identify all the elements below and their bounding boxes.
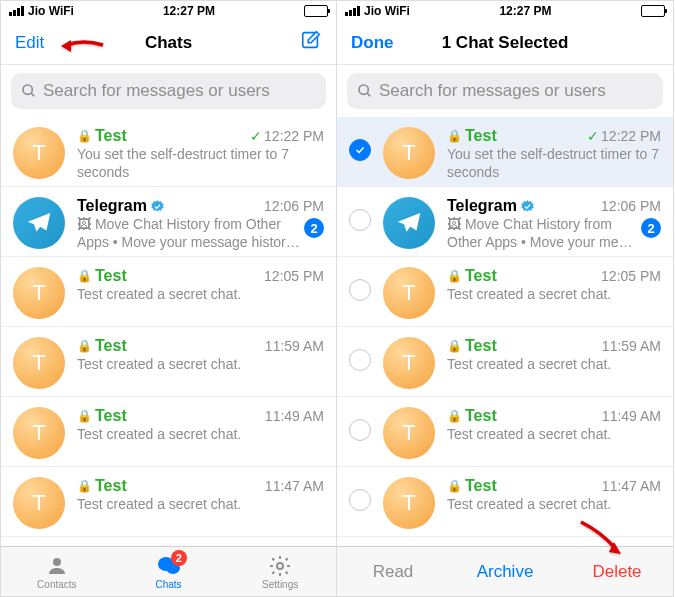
right-phone: Jio WiFi 12:27 PM Done 1 Chat Selected S… bbox=[337, 0, 674, 597]
nav-title: 1 Chat Selected bbox=[442, 33, 569, 53]
chat-preview: Test created a secret chat. bbox=[447, 286, 611, 304]
read-button[interactable]: Read bbox=[337, 562, 449, 582]
left-phone: Jio WiFi 12:27 PM Edit Chats Search for … bbox=[0, 0, 337, 597]
chat-name: 🔒Test bbox=[77, 407, 127, 425]
lock-icon: 🔒 bbox=[447, 339, 462, 353]
carrier-label: Jio WiFi bbox=[364, 4, 410, 18]
edit-button[interactable]: Edit bbox=[15, 33, 65, 53]
chat-row[interactable]: T🔒Test✓12:22 PMYou set the self-destruct… bbox=[1, 117, 336, 187]
tab-chats[interactable]: 2 Chats bbox=[113, 547, 225, 596]
chat-preview: You set the self-destruct timer to 7 sec… bbox=[447, 146, 661, 181]
tab-label: Chats bbox=[155, 579, 181, 590]
chat-preview: 🖼 Move Chat History from Other Apps • Mo… bbox=[77, 216, 304, 251]
lock-icon: 🔒 bbox=[77, 479, 92, 493]
chat-name: Telegram bbox=[77, 197, 165, 215]
select-radio[interactable] bbox=[349, 349, 371, 371]
chat-row[interactable]: T🔒Test✓12:22 PMYou set the self-destruct… bbox=[337, 117, 673, 187]
tab-label: Contacts bbox=[37, 579, 76, 590]
search-icon bbox=[21, 83, 37, 99]
chat-name: 🔒Test bbox=[447, 337, 497, 355]
svg-point-6 bbox=[359, 85, 368, 94]
chat-row[interactable]: T🔒Test11:59 AMTest created a secret chat… bbox=[337, 327, 673, 397]
image-icon: 🖼 bbox=[447, 216, 465, 232]
svg-point-5 bbox=[277, 563, 283, 569]
archive-button[interactable]: Archive bbox=[449, 562, 561, 582]
chat-time: 11:59 AM bbox=[265, 338, 324, 354]
chat-list[interactable]: T🔒Test✓12:22 PMYou set the self-destruct… bbox=[337, 117, 673, 546]
nav-bar: Done 1 Chat Selected bbox=[337, 21, 673, 65]
chat-preview: 🖼 Move Chat History from Other Apps • Mo… bbox=[447, 216, 641, 251]
search-placeholder: Search for messages or users bbox=[379, 81, 606, 101]
chat-time: ✓12:22 PM bbox=[587, 128, 661, 144]
search-icon bbox=[357, 83, 373, 99]
chat-preview: Test created a secret chat. bbox=[77, 356, 241, 374]
chat-row[interactable]: T🔒Test bbox=[337, 537, 673, 546]
avatar: T bbox=[383, 127, 435, 179]
chat-list[interactable]: T🔒Test✓12:22 PMYou set the self-destruct… bbox=[1, 117, 336, 546]
chat-time: 12:06 PM bbox=[264, 198, 324, 214]
signal-icon bbox=[9, 6, 24, 16]
select-radio[interactable] bbox=[349, 489, 371, 511]
chat-row[interactable]: T🔒Test12:05 PMTest created a secret chat… bbox=[1, 257, 336, 327]
verified-icon bbox=[150, 199, 165, 214]
chat-row[interactable]: Telegram12:06 PM🖼 Move Chat History from… bbox=[1, 187, 336, 257]
unread-badge: 2 bbox=[304, 218, 324, 238]
clock: 12:27 PM bbox=[499, 4, 551, 18]
chat-time: 11:49 AM bbox=[602, 408, 661, 424]
chat-row[interactable]: T🔒Test11:59 AMTest created a secret chat… bbox=[1, 327, 336, 397]
avatar: T bbox=[383, 407, 435, 459]
battery-icon bbox=[641, 5, 665, 17]
chat-row[interactable]: T🔒Test11:49 AMTest created a secret chat… bbox=[337, 397, 673, 467]
clock: 12:27 PM bbox=[163, 4, 215, 18]
select-radio[interactable] bbox=[349, 279, 371, 301]
avatar: T bbox=[13, 337, 65, 389]
image-icon: 🖼 bbox=[77, 216, 95, 232]
lock-icon: 🔒 bbox=[447, 129, 462, 143]
lock-icon: 🔒 bbox=[447, 479, 462, 493]
chat-preview: Test created a secret chat. bbox=[77, 496, 241, 514]
select-radio[interactable] bbox=[349, 209, 371, 231]
chat-time: ✓12:22 PM bbox=[250, 128, 324, 144]
chat-row[interactable]: Telegram12:06 PM🖼 Move Chat History from… bbox=[337, 187, 673, 257]
chat-preview: Test created a secret chat. bbox=[447, 426, 611, 444]
nav-title: Chats bbox=[145, 33, 192, 53]
check-icon: ✓ bbox=[587, 128, 599, 144]
signal-icon bbox=[345, 6, 360, 16]
chat-name: 🔒Test bbox=[77, 267, 127, 285]
select-radio[interactable] bbox=[349, 419, 371, 441]
chat-row[interactable]: T🔒Test11:47 AMTest created a secret chat… bbox=[1, 467, 336, 537]
chat-row[interactable]: T🔒Test12:05 PMTest created a secret chat… bbox=[337, 257, 673, 327]
delete-button[interactable]: Delete bbox=[561, 562, 673, 582]
check-icon: ✓ bbox=[250, 128, 262, 144]
chat-row[interactable]: T🔒Test11:47 AMTest created a secret chat… bbox=[337, 467, 673, 537]
compose-icon[interactable] bbox=[300, 29, 322, 51]
chat-preview: Test created a secret chat. bbox=[77, 286, 241, 304]
tab-badge: 2 bbox=[171, 550, 187, 566]
verified-icon bbox=[520, 199, 535, 214]
contacts-icon bbox=[44, 554, 70, 578]
done-button[interactable]: Done bbox=[351, 33, 401, 53]
chat-preview: Test created a secret chat. bbox=[77, 426, 241, 444]
avatar: T bbox=[13, 407, 65, 459]
chat-preview: Test created a secret chat. bbox=[447, 356, 611, 374]
unread-badge: 2 bbox=[641, 218, 661, 238]
tab-settings[interactable]: Settings bbox=[224, 547, 336, 596]
lock-icon: 🔒 bbox=[77, 409, 92, 423]
chat-row[interactable]: T🔒Test11:49 AMTest created a secret chat… bbox=[1, 397, 336, 467]
avatar: T bbox=[13, 477, 65, 529]
chat-name: 🔒Test bbox=[77, 337, 127, 355]
chat-name: 🔒Test bbox=[447, 407, 497, 425]
search-input[interactable]: Search for messages or users bbox=[11, 73, 326, 109]
svg-point-1 bbox=[23, 85, 32, 94]
carrier-label: Jio WiFi bbox=[28, 4, 74, 18]
lock-icon: 🔒 bbox=[447, 269, 462, 283]
chat-time: 12:05 PM bbox=[601, 268, 661, 284]
lock-icon: 🔒 bbox=[77, 339, 92, 353]
chat-time: 11:47 AM bbox=[265, 478, 324, 494]
select-radio[interactable] bbox=[349, 139, 371, 161]
chat-name: 🔒Test bbox=[77, 127, 127, 145]
avatar-telegram bbox=[383, 197, 435, 249]
tab-contacts[interactable]: Contacts bbox=[1, 547, 113, 596]
battery-icon bbox=[304, 5, 328, 17]
search-input[interactable]: Search for messages or users bbox=[347, 73, 663, 109]
